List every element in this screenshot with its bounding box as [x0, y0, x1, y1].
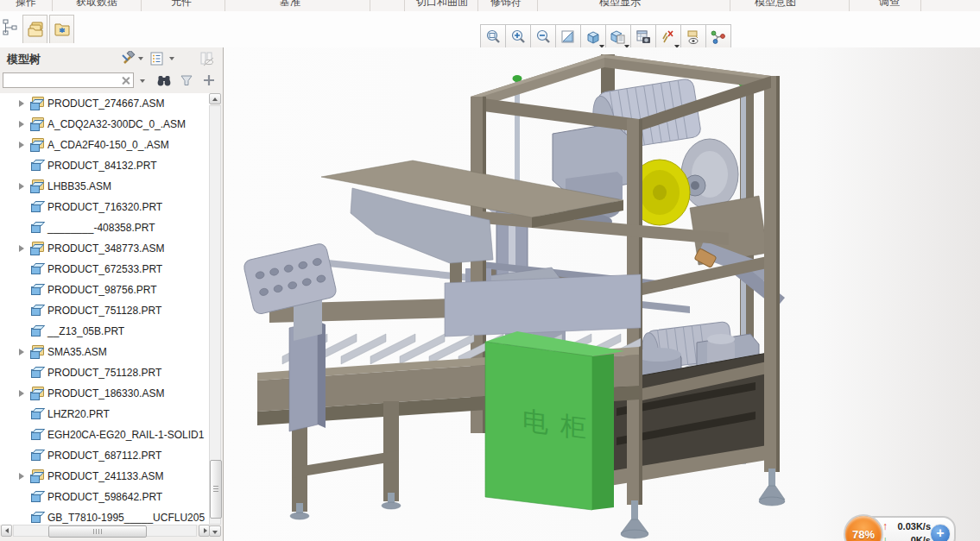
section-button[interactable] — [605, 24, 631, 50]
assembly-icon — [29, 387, 44, 400]
electrical-cabinet[interactable]: 电柜 — [485, 331, 624, 510]
machine-3d-model: 电柜 — [224, 47, 980, 541]
tree-item[interactable]: PRODUCT_751128.PRT — [0, 362, 211, 383]
ribbon-group-component[interactable]: 元件 — [171, 0, 192, 9]
datum-display-button[interactable] — [655, 24, 681, 50]
scroll-left-button[interactable] — [1, 525, 12, 537]
tree-item[interactable]: PRODUCT_186330.ASM — [0, 383, 211, 404]
model-tree-header: 模型树 — [0, 47, 223, 70]
tree-search-input[interactable] — [3, 72, 134, 88]
repaint-button[interactable] — [555, 24, 581, 50]
expand-icon[interactable] — [17, 348, 29, 356]
zoom-out-button[interactable] — [530, 24, 556, 50]
expand-icon[interactable] — [17, 244, 29, 253]
scroll-down-button[interactable] — [209, 525, 221, 537]
tree-item[interactable]: PRODUCT_672533.PRT — [0, 259, 211, 280]
tree-item[interactable]: PRODUCT_348773.ASM — [0, 238, 211, 259]
tree-tools-button[interactable] — [119, 50, 136, 67]
scroll-thumb[interactable] — [48, 525, 147, 538]
add-task-button[interactable]: + — [930, 524, 951, 541]
tree-item[interactable]: PRODUCT_751128.PRT — [0, 300, 211, 321]
tree-item[interactable]: PRODUCT_241133.ASM — [0, 466, 211, 487]
tree-item[interactable]: A_CDQ2A32-300DC_0_.ASM — [0, 114, 211, 135]
clear-search-icon[interactable] — [122, 76, 130, 85]
tab-folder-browser[interactable] — [22, 15, 47, 43]
scroll-right-button[interactable] — [199, 525, 210, 537]
folders-icon — [27, 21, 44, 38]
expand-icon[interactable] — [17, 141, 29, 149]
part-icon — [29, 283, 44, 297]
assembly-icon — [29, 242, 44, 255]
assembly-icon — [29, 469, 44, 483]
ribbon-group-labels: 操作 获取数据 元件 基准 切口和曲面 修饰符 模型显示 模型意图 调查 — [0, 0, 980, 12]
model-tree-icon — [3, 19, 18, 36]
plus-icon — [202, 73, 216, 87]
ribbon-group-model-display[interactable]: 模型显示 — [599, 0, 641, 9]
model-tree-panel: 模型树 — [0, 47, 224, 541]
view-manager-button[interactable] — [630, 24, 656, 50]
ribbon-group-modifiers[interactable]: 修饰符 — [490, 0, 522, 9]
tree-item[interactable]: A_CDA2F40-150_0_.ASM — [0, 135, 211, 155]
tree-item[interactable]: SMA35.ASM — [0, 342, 211, 362]
expand-icon[interactable] — [17, 120, 29, 129]
assembly-icon — [29, 179, 44, 193]
spin-center-button[interactable] — [705, 24, 731, 50]
ribbon-group-datum[interactable]: 基准 — [280, 0, 300, 9]
network-monitor-widget[interactable]: ↑ 0.03K/s ↓ 0K/s + 78% — [844, 514, 961, 541]
expand-icon[interactable] — [17, 389, 29, 398]
scroll-thumb[interactable] — [210, 460, 222, 519]
control-pendant[interactable] — [243, 242, 338, 431]
tree-item[interactable]: PRODUCT_98756.PRT — [0, 280, 211, 300]
annotation-display-button[interactable] — [680, 24, 706, 50]
refit-icon — [484, 28, 502, 46]
expand-icon[interactable] — [17, 472, 29, 481]
part-icon — [29, 449, 44, 462]
ribbon-group-investigate[interactable]: 调查 — [879, 0, 900, 9]
ribbon-group-operations[interactable]: 操作 — [16, 0, 36, 9]
tree-item[interactable]: PRODUCT_598642.PRT — [0, 487, 211, 507]
filter-button[interactable] — [178, 72, 195, 89]
expand-icon[interactable] — [17, 99, 29, 108]
tree-filters-button[interactable] — [149, 50, 166, 67]
tree-item[interactable]: ________-408358.PRT — [0, 217, 211, 238]
scroll-track[interactable] — [209, 105, 221, 525]
tree-item[interactable]: PRODUCT_687112.PRT — [0, 445, 211, 466]
part-icon — [29, 490, 44, 504]
scroll-track[interactable] — [13, 525, 197, 537]
search-options-dropdown[interactable] — [140, 79, 145, 83]
tree-columns-button[interactable] — [199, 50, 216, 67]
tree-item[interactable]: EGH20CA-EG20_RAIL-1-SOLID1 — [0, 425, 211, 445]
refit-button[interactable] — [480, 24, 506, 50]
tab-favorites[interactable] — [49, 15, 74, 43]
3d-viewport[interactable]: 电柜 — [224, 47, 980, 541]
tree-item[interactable]: __Z13_05B.PRT — [0, 321, 211, 342]
spin-center-icon — [710, 28, 727, 46]
ribbon-group-model-intent[interactable]: 模型意图 — [755, 0, 796, 9]
tree-item[interactable]: GB_T7810-1995_____UCFLU205 — [0, 507, 211, 525]
scroll-up-button[interactable] — [209, 93, 221, 104]
tree-vertical-scrollbar[interactable] — [209, 93, 222, 537]
zoom-in-button[interactable] — [505, 24, 531, 50]
expand-icon[interactable] — [17, 182, 29, 191]
model-tree-list: PRODUCT_274667.ASM A_CDQ2A32-300DC_0_.AS… — [0, 93, 211, 525]
tree-filters-dropdown[interactable] — [169, 57, 174, 60]
ribbon-group-cut-surface[interactable]: 切口和曲面 — [416, 0, 468, 9]
tab-model-tree[interactable] — [0, 15, 21, 41]
display-style-button[interactable] — [580, 24, 606, 50]
add-column-button[interactable] — [200, 72, 218, 89]
tree-item[interactable]: PRODUCT_84132.PRT — [0, 155, 211, 176]
creo-application-window: 操作 获取数据 元件 基准 切口和曲面 修饰符 模型显示 模型意图 调查 — [0, 0, 980, 541]
ribbon-group-get-data[interactable]: 获取数据 — [76, 0, 117, 9]
tree-item[interactable]: PRODUCT_716320.PRT — [0, 197, 211, 217]
part-icon — [29, 407, 44, 421]
find-button[interactable] — [155, 72, 173, 89]
tree-item[interactable]: PRODUCT_274667.ASM — [0, 93, 211, 114]
navigator-tabs — [0, 15, 74, 47]
tree-horizontal-scrollbar[interactable] — [1, 525, 210, 538]
section-cube-icon — [610, 28, 627, 46]
tree-item[interactable]: LHZR20.PRT — [0, 404, 211, 425]
tree-tools-dropdown[interactable] — [138, 57, 143, 60]
assembly-icon — [29, 138, 44, 152]
tree-item[interactable]: LHBB35.ASM — [0, 176, 211, 197]
assembly-icon — [29, 97, 44, 110]
